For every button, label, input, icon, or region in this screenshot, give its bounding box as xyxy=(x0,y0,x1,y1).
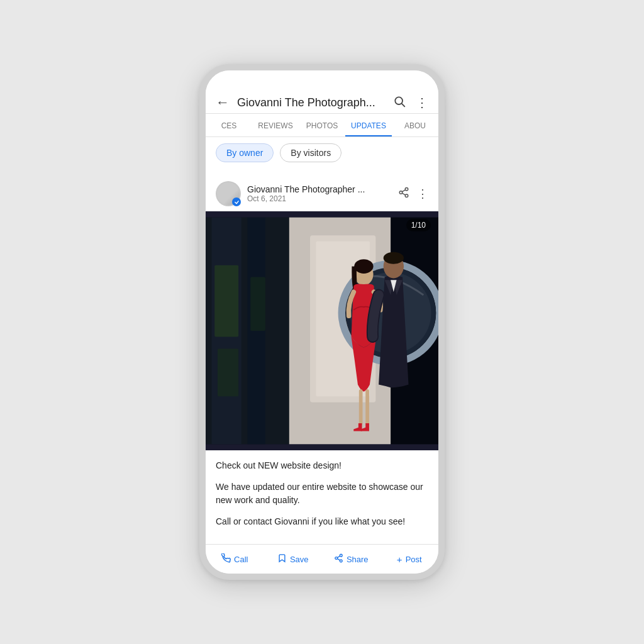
post-meta: Giovanni The Photographer ... Oct 6, 202… xyxy=(247,184,392,203)
post-photo[interactable]: 1/10 xyxy=(206,211,438,450)
svg-rect-25 xyxy=(359,389,363,425)
status-bar xyxy=(206,70,438,88)
bottom-action-bar: Call Save Share + xyxy=(206,544,438,574)
call-icon xyxy=(221,553,231,565)
save-button[interactable]: Save xyxy=(264,550,323,569)
svg-line-6 xyxy=(402,189,405,191)
app-bar: ← Giovanni The Photograph... ⋮ xyxy=(206,88,438,114)
post-line-3: Call or contact Giovanni if you like wha… xyxy=(216,515,428,529)
post-text: Check out NEW website design! We have up… xyxy=(216,459,428,529)
svg-line-5 xyxy=(402,193,405,195)
page-title: Giovanni The Photograph... xyxy=(237,96,386,109)
photo-counter: 1/10 xyxy=(406,219,431,231)
filter-row: By owner By visitors xyxy=(206,137,438,169)
svg-rect-11 xyxy=(214,265,238,337)
svg-point-28 xyxy=(384,252,404,264)
svg-rect-26 xyxy=(365,389,369,425)
back-button[interactable]: ← xyxy=(213,92,232,113)
post-line-1: Check out NEW website design! xyxy=(216,459,428,473)
call-button[interactable]: Call xyxy=(206,550,264,569)
tab-updates[interactable]: UPDATES xyxy=(345,114,392,136)
svg-line-1 xyxy=(402,104,404,106)
svg-point-0 xyxy=(395,97,402,104)
tab-ces[interactable]: CES xyxy=(206,114,252,136)
post-body: Check out NEW website design! We have up… xyxy=(206,450,438,538)
avatar xyxy=(216,181,241,206)
svg-line-32 xyxy=(337,558,340,560)
share-button[interactable]: Share xyxy=(322,550,380,569)
search-icon[interactable] xyxy=(391,92,408,113)
post-date: Oct 6, 2021 xyxy=(247,194,392,203)
filter-by-owner[interactable]: By owner xyxy=(216,143,274,162)
share-icon xyxy=(334,553,343,565)
svg-rect-13 xyxy=(250,277,265,331)
save-label: Save xyxy=(290,555,309,564)
post-header-actions: ⋮ xyxy=(398,187,428,201)
share-label: Share xyxy=(347,555,369,564)
post-button[interactable]: + Post xyxy=(380,550,439,569)
tabs-nav: CES REVIEWS PHOTOS UPDATES ABOU xyxy=(206,114,438,137)
call-label: Call xyxy=(234,555,248,564)
post-label: Post xyxy=(406,555,422,564)
filter-by-visitors[interactable]: By visitors xyxy=(280,143,341,162)
post-header: Giovanni The Photographer ... Oct 6, 202… xyxy=(206,174,438,211)
verified-badge xyxy=(232,197,241,206)
save-icon xyxy=(277,553,287,565)
post-card: Giovanni The Photographer ... Oct 6, 202… xyxy=(206,174,438,538)
svg-line-33 xyxy=(337,556,340,557)
tab-reviews[interactable]: REVIEWS xyxy=(252,114,299,136)
tab-photos[interactable]: PHOTOS xyxy=(299,114,345,136)
svg-point-24 xyxy=(354,259,373,274)
tab-about[interactable]: ABOU xyxy=(392,114,438,136)
post-more-icon[interactable]: ⋮ xyxy=(417,187,428,201)
post-icon: + xyxy=(397,554,402,565)
more-icon[interactable]: ⋮ xyxy=(413,92,431,113)
phone-shell: ← Giovanni The Photograph... ⋮ CES REVIE… xyxy=(199,64,445,580)
post-author-name: Giovanni The Photographer ... xyxy=(247,184,392,194)
share-post-icon[interactable] xyxy=(398,187,409,201)
svg-rect-12 xyxy=(218,348,238,396)
post-line-2: We have updated our entire website to sh… xyxy=(216,480,428,508)
content-area: Giovanni The Photographer ... Oct 6, 202… xyxy=(206,169,438,544)
